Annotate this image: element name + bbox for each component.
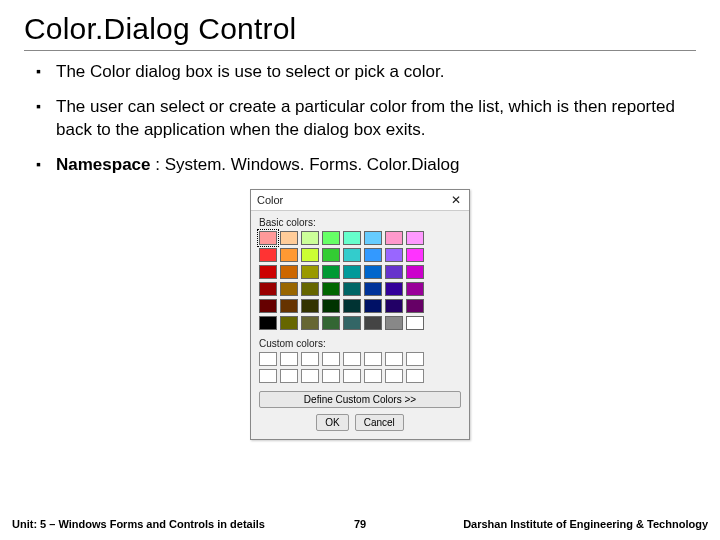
cancel-button[interactable]: Cancel — [355, 414, 404, 431]
color-swatch[interactable] — [259, 299, 277, 313]
color-swatch[interactable] — [322, 299, 340, 313]
color-swatch[interactable] — [301, 316, 319, 330]
color-swatch[interactable] — [322, 231, 340, 245]
color-swatch[interactable] — [364, 265, 382, 279]
close-icon[interactable]: ✕ — [449, 193, 463, 207]
dialog-titlebar: Color ✕ — [251, 190, 469, 211]
color-dialog: Color ✕ Basic colors: Custom colors: Def… — [250, 189, 470, 440]
color-swatch[interactable] — [364, 316, 382, 330]
color-swatch[interactable] — [280, 265, 298, 279]
bullet-item: The user can select or create a particul… — [36, 96, 696, 142]
color-swatch[interactable] — [406, 265, 424, 279]
custom-color-slot[interactable] — [259, 352, 277, 366]
color-swatch[interactable] — [322, 248, 340, 262]
dialog-title: Color — [257, 194, 283, 206]
color-swatch[interactable] — [385, 248, 403, 262]
color-swatch[interactable] — [385, 282, 403, 296]
footer-left: Unit: 5 – Windows Forms and Controls in … — [12, 518, 265, 530]
slide-title: Color.Dialog Control — [24, 12, 696, 51]
color-swatch[interactable] — [385, 265, 403, 279]
custom-color-slot[interactable] — [301, 369, 319, 383]
footer-right: Darshan Institute of Engineering & Techn… — [463, 518, 708, 530]
color-swatch[interactable] — [259, 248, 277, 262]
color-swatch[interactable] — [301, 248, 319, 262]
color-swatch[interactable] — [280, 299, 298, 313]
page-number: 79 — [354, 518, 366, 530]
color-swatch[interactable] — [280, 282, 298, 296]
bullet-list: The Color dialog box is use to select or… — [24, 61, 696, 177]
color-swatch[interactable] — [259, 316, 277, 330]
color-swatch[interactable] — [385, 231, 403, 245]
color-swatch[interactable] — [343, 282, 361, 296]
namespace-value: : System. Windows. Forms. Color.Dialog — [155, 155, 459, 174]
color-swatch[interactable] — [343, 248, 361, 262]
color-swatch[interactable] — [406, 248, 424, 262]
color-swatch[interactable] — [406, 282, 424, 296]
custom-color-slot[interactable] — [364, 352, 382, 366]
namespace-label: Namespace — [56, 155, 151, 174]
custom-color-slot[interactable] — [301, 352, 319, 366]
color-swatch[interactable] — [259, 265, 277, 279]
color-swatch[interactable] — [406, 316, 424, 330]
color-swatch[interactable] — [280, 316, 298, 330]
color-swatch[interactable] — [259, 282, 277, 296]
basic-colors-grid — [259, 231, 461, 330]
color-swatch[interactable] — [364, 231, 382, 245]
custom-colors-grid — [259, 352, 461, 383]
custom-color-slot[interactable] — [406, 369, 424, 383]
define-custom-button[interactable]: Define Custom Colors >> — [259, 391, 461, 408]
color-swatch[interactable] — [343, 299, 361, 313]
custom-color-slot[interactable] — [280, 352, 298, 366]
color-swatch[interactable] — [259, 231, 277, 245]
slide-footer: Unit: 5 – Windows Forms and Controls in … — [0, 518, 720, 530]
color-swatch[interactable] — [406, 231, 424, 245]
color-swatch[interactable] — [343, 265, 361, 279]
color-swatch[interactable] — [385, 299, 403, 313]
color-swatch[interactable] — [343, 231, 361, 245]
color-swatch[interactable] — [406, 299, 424, 313]
color-swatch[interactable] — [322, 282, 340, 296]
bullet-item: The Color dialog box is use to select or… — [36, 61, 696, 84]
basic-colors-label: Basic colors: — [259, 217, 461, 228]
color-swatch[interactable] — [280, 231, 298, 245]
custom-color-slot[interactable] — [280, 369, 298, 383]
custom-color-slot[interactable] — [406, 352, 424, 366]
color-swatch[interactable] — [301, 265, 319, 279]
color-swatch[interactable] — [301, 299, 319, 313]
color-swatch[interactable] — [364, 299, 382, 313]
color-swatch[interactable] — [301, 282, 319, 296]
ok-button[interactable]: OK — [316, 414, 348, 431]
color-swatch[interactable] — [301, 231, 319, 245]
color-swatch[interactable] — [280, 248, 298, 262]
custom-color-slot[interactable] — [385, 369, 403, 383]
custom-color-slot[interactable] — [259, 369, 277, 383]
color-swatch[interactable] — [364, 248, 382, 262]
color-swatch[interactable] — [322, 265, 340, 279]
custom-color-slot[interactable] — [343, 352, 361, 366]
color-swatch[interactable] — [364, 282, 382, 296]
color-swatch[interactable] — [343, 316, 361, 330]
custom-color-slot[interactable] — [322, 352, 340, 366]
custom-colors-label: Custom colors: — [259, 338, 461, 349]
custom-color-slot[interactable] — [343, 369, 361, 383]
custom-color-slot[interactable] — [385, 352, 403, 366]
bullet-item: Namespace : System. Windows. Forms. Colo… — [36, 154, 696, 177]
color-swatch[interactable] — [385, 316, 403, 330]
color-swatch[interactable] — [322, 316, 340, 330]
custom-color-slot[interactable] — [322, 369, 340, 383]
custom-color-slot[interactable] — [364, 369, 382, 383]
